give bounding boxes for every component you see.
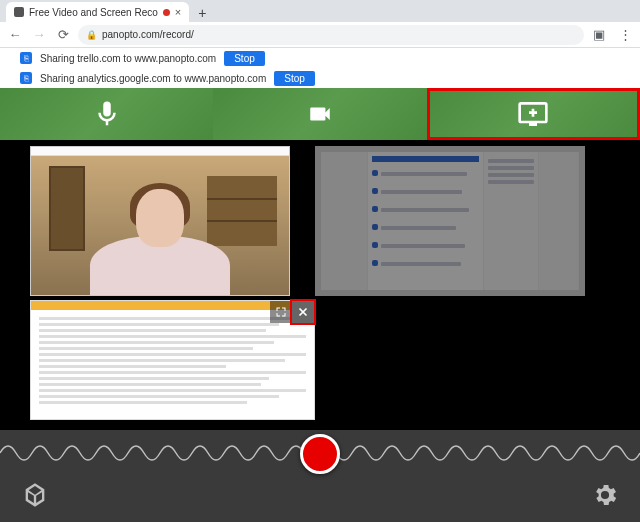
screen-preview-3[interactable] — [30, 300, 315, 420]
camera-icon — [305, 101, 335, 127]
address-bar[interactable]: 🔒 panopto.com/record/ — [78, 25, 584, 45]
mode-bar — [0, 88, 640, 140]
stop-sharing-button[interactable]: Stop — [224, 51, 265, 66]
preview-titlebar — [31, 147, 289, 156]
tab-strip: Free Video and Screen Reco × + — [0, 0, 640, 22]
banner-text: Sharing trello.com to www.panopto.com — [40, 53, 216, 64]
settings-button[interactable] — [588, 478, 622, 512]
menu-icon[interactable]: ⋮ — [616, 26, 634, 44]
browser-tab[interactable]: Free Video and Screen Reco × — [6, 2, 189, 22]
share-icon: ⎘ — [20, 72, 32, 84]
share-icon: ⎘ — [20, 52, 32, 64]
new-tab-button[interactable]: + — [193, 4, 211, 22]
url-text: panopto.com/record/ — [102, 29, 194, 40]
fullscreen-icon[interactable] — [270, 301, 292, 323]
extension-icon[interactable]: ▣ — [590, 26, 608, 44]
record-button[interactable] — [300, 434, 340, 474]
stop-sharing-button[interactable]: Stop — [274, 71, 315, 86]
webcam-preview[interactable] — [30, 146, 290, 296]
lock-icon: 🔒 — [86, 30, 97, 40]
panopto-logo-icon[interactable] — [18, 478, 52, 512]
microphone-icon — [92, 99, 122, 129]
favicon — [14, 7, 24, 17]
close-tab-icon[interactable]: × — [175, 6, 181, 18]
gear-icon — [591, 481, 619, 509]
add-screen-button[interactable] — [427, 88, 640, 140]
remove-source-button[interactable] — [292, 301, 314, 323]
preview-area — [0, 140, 640, 430]
banner-text: Sharing analytics.google.com to www.pano… — [40, 73, 266, 84]
tab-title: Free Video and Screen Reco — [29, 7, 158, 18]
bottom-controls — [0, 430, 640, 522]
reload-button[interactable]: ⟳ — [54, 26, 72, 44]
forward-button[interactable]: → — [30, 26, 48, 44]
sharing-banner: ⎘ Sharing analytics.google.com to www.pa… — [0, 68, 640, 88]
audio-mode-button[interactable] — [0, 88, 213, 140]
recorder-app — [0, 88, 640, 522]
screen-preview-2[interactable] — [315, 146, 585, 296]
video-mode-button[interactable] — [213, 88, 426, 140]
browser-toolbar: ← → ⟳ 🔒 panopto.com/record/ ▣ ⋮ — [0, 22, 640, 48]
recording-indicator-icon — [163, 9, 170, 16]
sharing-banner: ⎘ Sharing trello.com to www.panopto.com … — [0, 48, 640, 68]
back-button[interactable]: ← — [6, 26, 24, 44]
webcam-feed — [31, 156, 289, 295]
add-screen-icon — [514, 98, 552, 130]
